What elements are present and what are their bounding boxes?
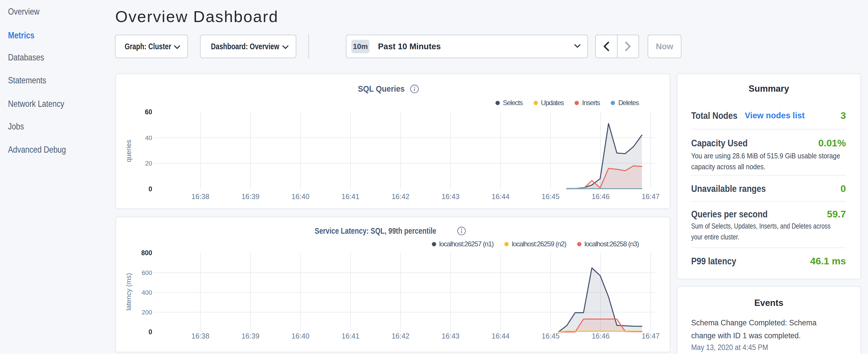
svg-text:200: 200 — [142, 309, 152, 316]
svg-text:16:45: 16:45 — [541, 192, 560, 200]
svg-text:16:46: 16:46 — [592, 332, 610, 340]
svg-text:400: 400 — [142, 289, 152, 296]
svg-text:16:38: 16:38 — [191, 192, 210, 200]
svg-text:16:43: 16:43 — [442, 192, 460, 200]
svg-text:0: 0 — [149, 185, 152, 193]
svg-text:16:44: 16:44 — [492, 332, 510, 340]
svg-text:16:40: 16:40 — [291, 332, 309, 340]
svg-text:16:45: 16:45 — [541, 332, 560, 340]
svg-text:16:40: 16:40 — [291, 192, 309, 200]
svg-text:0: 0 — [149, 328, 152, 336]
svg-text:20: 20 — [145, 160, 152, 167]
svg-text:16:42: 16:42 — [392, 332, 409, 340]
svg-text:16:38: 16:38 — [191, 332, 210, 340]
svg-text:16:42: 16:42 — [392, 192, 409, 200]
svg-text:16:46: 16:46 — [592, 192, 610, 200]
svg-text:16:41: 16:41 — [342, 192, 360, 200]
svg-text:16:47: 16:47 — [642, 332, 660, 340]
svg-text:16:43: 16:43 — [442, 332, 460, 340]
svg-text:800: 800 — [141, 249, 152, 257]
svg-text:16:44: 16:44 — [492, 192, 510, 200]
svg-text:16:47: 16:47 — [642, 192, 660, 200]
svg-text:40: 40 — [145, 134, 152, 141]
svg-text:16:39: 16:39 — [242, 192, 260, 200]
svg-text:16:41: 16:41 — [342, 332, 360, 340]
svg-text:60: 60 — [145, 108, 152, 116]
svg-text:600: 600 — [142, 269, 152, 277]
svg-text:16:39: 16:39 — [242, 332, 260, 340]
